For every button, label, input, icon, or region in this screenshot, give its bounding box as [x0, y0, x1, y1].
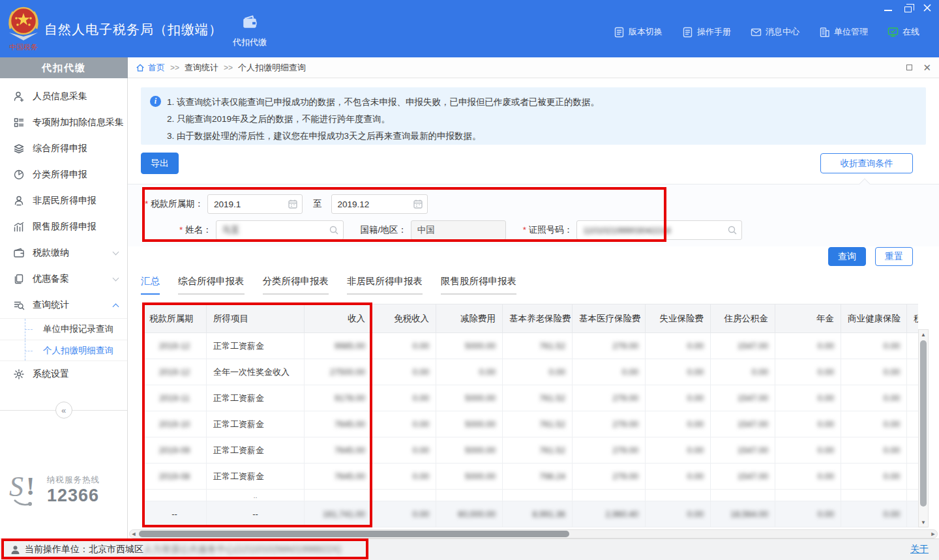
restore-button[interactable] [902, 3, 913, 13]
header-tab-withholding[interactable]: 代扣代缴 [227, 9, 273, 52]
user-plus-icon [13, 91, 25, 102]
sidebar-item-8[interactable]: 查询统计 [0, 292, 127, 318]
unit-management-icon [819, 27, 830, 38]
table-row[interactable]: 2019-08正常工资薪金7645.000.005000.00798.24279… [143, 464, 919, 490]
about-link[interactable]: 关于 [910, 544, 929, 555]
col-header-8: 住房公积金 [711, 304, 775, 333]
search-icon[interactable] [329, 225, 339, 235]
version-switch[interactable]: 版本切换 [614, 26, 663, 38]
period-label: 税款所属期： [145, 198, 203, 210]
sidebar-item-2[interactable]: 综合所得申报 [0, 136, 127, 162]
tab-0[interactable]: 汇总 [141, 275, 160, 295]
info-notice: i 1. 该查询统计表仅能查询已申报成功的数据，不包含未申报、申报失败，已申报但… [141, 87, 926, 145]
header-menu: 版本切换操作手册消息中心单位管理在线 [614, 26, 919, 38]
scroll-down-icon[interactable]: ▼ [919, 518, 928, 527]
sidebar-item-3[interactable]: 分类所得申报 [0, 162, 127, 188]
tab-1[interactable]: 综合所得申报表 [178, 275, 245, 295]
breadcrumb-item-2: 个人扣缴明细查询 [238, 62, 306, 74]
search-icon[interactable] [727, 225, 738, 235]
layers-icon [13, 143, 25, 155]
sidebar-section-title: 代扣代缴 [0, 57, 128, 78]
panel-caret [859, 179, 871, 190]
window-controls [883, 3, 932, 13]
table-row[interactable]: 2019-12正常工资薪金9985.000.005000.00761.52279… [143, 333, 919, 359]
close-button[interactable] [922, 3, 932, 13]
notice-line-1: 1. 该查询统计表仅能查询已申报成功的数据，不包含未申报、申报失败，已申报但已作… [167, 94, 917, 111]
unit-management[interactable]: 单位管理 [819, 26, 868, 38]
calendar-icon[interactable] [413, 199, 423, 209]
scroll-up-icon[interactable]: ▲ [919, 330, 928, 339]
online-status[interactable]: 在线 [887, 26, 919, 38]
horizontal-scroll-thumb[interactable] [139, 531, 569, 537]
period-to-input[interactable]: 2019.12 [331, 194, 428, 214]
sidebar-item-4[interactable]: 非居民所得申报 [0, 188, 127, 214]
col-header-7: 失业保险费 [646, 304, 711, 333]
reset-button[interactable]: 重置 [875, 247, 913, 266]
sidebar-subitem-8-1[interactable]: 个人扣缴明细查询 [0, 340, 127, 361]
sidebar-collapse-button[interactable]: « [55, 402, 72, 419]
col-header-0: 税款所属期 [143, 304, 207, 333]
hotline-label: 纳税服务热线 [47, 475, 100, 486]
vertical-scroll-thumb[interactable] [920, 340, 927, 507]
sidebar-collapse-row: « [0, 402, 127, 419]
table-row[interactable]: 2019-11正常工资薪金9178.000.005000.00761.52279… [143, 385, 919, 411]
breadcrumb-home[interactable]: 首页 [136, 62, 165, 74]
vertical-scrollbar[interactable]: ▲ ▼ [918, 329, 929, 527]
tab-4[interactable]: 限售股所得申报表 [441, 275, 516, 295]
col-header-6: 基本医疗保险费 [573, 304, 646, 333]
sidebar-subitem-8-0[interactable]: 单位申报记录查询 [0, 318, 127, 340]
minimize-button[interactable] [883, 3, 893, 13]
sidebar-item-1[interactable]: 专项附加扣除信息采集 [0, 110, 127, 136]
export-button[interactable]: 导出 [141, 153, 179, 174]
calendar-icon[interactable] [288, 199, 298, 209]
chevron-down-icon [113, 249, 119, 256]
message-center[interactable]: 消息中心 [751, 26, 799, 38]
period-from-input[interactable]: 2019.1 [207, 194, 303, 214]
tab-close-icon[interactable]: ✕ [923, 63, 931, 72]
online-status-icon [887, 27, 899, 38]
id-number-input[interactable]: 110102199903042218 [576, 220, 742, 240]
sidebar-item-9[interactable]: 系统设置 [0, 361, 127, 387]
operation-manual[interactable]: 操作手册 [682, 26, 731, 38]
id-number-label: 证照号码： [523, 224, 573, 236]
result-tabs: 汇总综合所得申报表分类所得申报表非居民所得申报表限售股所得申报表 [141, 275, 516, 295]
tab-3[interactable]: 非居民所得申报表 [347, 275, 423, 295]
query-button[interactable]: 查询 [828, 247, 866, 266]
notice-line-3: 3. 由于数据处理的滞后性，建议您在申报成功3天之后再来查询最新的申报数据。 [167, 128, 917, 145]
status-bar: 当前操作单位：北京市西城区人力资源公共服务中心(12110102MA019988… [0, 538, 939, 560]
app-title: 自然人电子税务局（扣缴端） [44, 21, 222, 38]
sidebar-item-0[interactable]: 人员信息采集 [0, 83, 127, 110]
name-input[interactable]: 马某 [216, 220, 344, 240]
col-header-10: 商业健康保险 [841, 304, 907, 333]
sidebar: 人员信息采集专项附加扣除信息采集综合所得申报分类所得申报非居民所得申报限售股所得… [0, 78, 128, 538]
hotline-block: S ! 纳税服务热线 12366 [8, 470, 100, 510]
breadcrumb: 首页 >> 查询统计 >> 个人扣缴明细查询 ✕ [128, 57, 939, 78]
col-header-1: 所得项目 [207, 304, 305, 333]
table-row[interactable]: 2019-12全年一次性奖金收入27500.000.000.000.000.00… [143, 359, 919, 385]
col-header-2: 收入 [305, 304, 372, 333]
sidebar-item-6[interactable]: 税款缴纳 [0, 240, 127, 266]
table-row[interactable]: 2019-09正常工资薪金7645.000.005000.00761.52279… [143, 437, 919, 464]
breadcrumb-item-1: 查询统计 [185, 62, 218, 74]
tab-restore-icon[interactable] [906, 65, 912, 70]
sidebar-item-7[interactable]: 优惠备案 [0, 266, 127, 292]
copy-icon [13, 273, 25, 285]
scroll-right-icon[interactable]: ► [929, 531, 937, 537]
current-unit-prefix: 当前操作单位： [25, 544, 89, 555]
hotline-number: 12366 [47, 486, 100, 506]
col-header-11: 税 [907, 304, 919, 333]
scroll-left-icon[interactable]: ◄ [130, 531, 138, 537]
sidebar-item-5[interactable]: 限售股所得申报 [0, 214, 127, 240]
col-header-5: 基本养老保险费 [503, 304, 573, 333]
tab-2[interactable]: 分类所得申报表 [263, 275, 329, 295]
notice-line-2: 2. 只能查询2019年及之后的数据，不能进行跨年度查询。 [167, 111, 917, 128]
svg-text:!: ! [26, 471, 35, 501]
collapse-query-button[interactable]: 收折查询条件 [820, 153, 913, 173]
name-label: 姓名： [179, 224, 212, 236]
table-row[interactable]: 2019-10正常工资薪金7645.000.005000.00761.52279… [143, 411, 919, 437]
header-tab-label: 代扣代缴 [233, 37, 267, 48]
chevron-down-icon [113, 275, 119, 282]
horizontal-scrollbar[interactable]: ◄ ► [129, 529, 938, 538]
to-label: 至 [313, 198, 322, 210]
nationality-input: 中国 [411, 220, 506, 240]
